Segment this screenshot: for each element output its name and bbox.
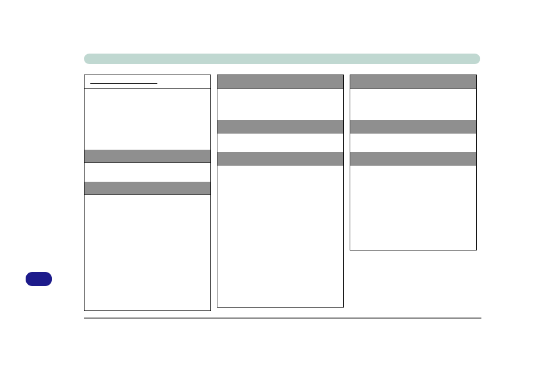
spacer	[85, 195, 210, 310]
spacer	[85, 163, 210, 182]
column-3-header-1	[350, 75, 476, 89]
column-1-title-row	[85, 75, 210, 89]
underline	[90, 83, 157, 84]
footer-rule	[84, 317, 481, 319]
spacer	[350, 89, 476, 120]
column-2-header-1	[217, 75, 343, 89]
spacer	[350, 165, 476, 250]
column-2	[217, 75, 344, 308]
column-2-header-3	[217, 152, 343, 165]
column-1	[84, 75, 211, 311]
spacer	[217, 133, 343, 152]
spacer	[217, 89, 343, 120]
column-2-header-2	[217, 120, 343, 133]
spacer	[85, 89, 210, 150]
column-3-header-3	[350, 152, 476, 165]
page-number-badge	[26, 272, 52, 286]
spacer	[217, 165, 343, 307]
column-1-header-2	[85, 182, 210, 195]
section-banner	[84, 54, 480, 64]
column-3	[350, 75, 477, 250]
column-3-header-2	[350, 120, 476, 133]
columns-container	[84, 75, 477, 311]
spacer	[350, 133, 476, 152]
column-1-header-1	[85, 150, 210, 163]
